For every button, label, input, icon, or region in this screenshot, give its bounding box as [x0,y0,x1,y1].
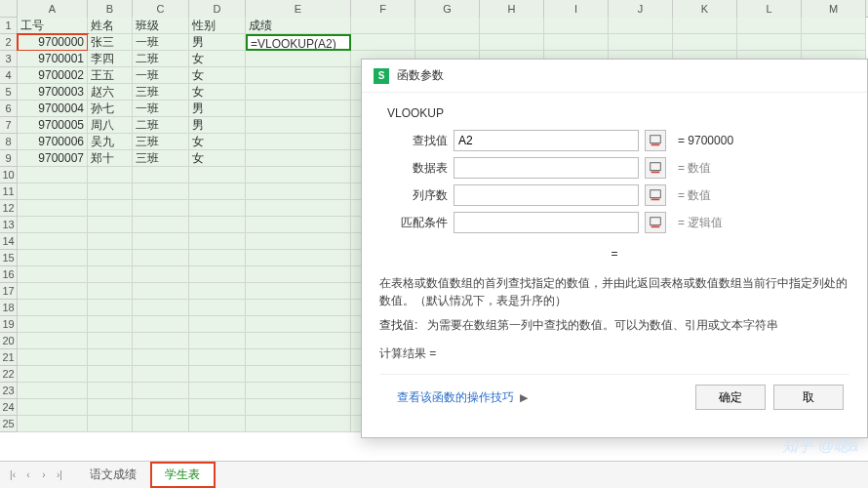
tab-nav-button[interactable]: › [37,468,51,482]
cell[interactable] [133,300,189,316]
cell[interactable]: 班级 [133,18,189,34]
cell[interactable] [246,383,351,399]
cell[interactable] [673,18,737,34]
cell[interactable] [609,34,673,51]
cell[interactable] [544,18,609,34]
cell[interactable] [802,34,866,51]
cell[interactable] [246,349,351,366]
col-header-B[interactable]: B [88,0,133,18]
cell[interactable]: 9700007 [18,150,88,167]
cell[interactable] [246,84,351,101]
cell[interactable]: 男 [189,117,246,134]
cell[interactable] [189,200,246,217]
ok-button[interactable]: 确定 [695,385,766,410]
col-header-M[interactable]: M [802,0,866,18]
cell[interactable]: 女 [189,150,246,167]
cell[interactable] [133,383,189,399]
cell[interactable] [133,283,189,300]
row-header[interactable]: 17 [0,283,18,300]
row-header[interactable]: 11 [0,183,18,200]
cell[interactable] [189,349,246,366]
param-input-3[interactable] [454,212,639,233]
cancel-button[interactable]: 取 [773,385,844,410]
cell[interactable] [480,18,544,34]
cell[interactable] [480,34,544,51]
row-header[interactable]: 7 [0,117,18,134]
col-header-I[interactable]: I [544,0,609,18]
col-header-C[interactable]: C [133,0,189,18]
cell[interactable] [189,383,246,399]
cell[interactable] [246,67,351,84]
col-header-K[interactable]: K [673,0,737,18]
cell[interactable] [189,250,246,266]
cell[interactable] [189,233,246,250]
cell[interactable]: 郑十 [88,150,133,167]
cell[interactable] [189,266,246,283]
cell[interactable]: 吴九 [88,134,133,150]
cell[interactable] [88,283,133,300]
cell[interactable]: 三班 [133,134,189,150]
range-selector-icon[interactable] [645,130,666,151]
range-selector-icon[interactable] [645,157,666,179]
cell[interactable] [351,34,415,51]
row-header[interactable]: 16 [0,266,18,283]
cell[interactable] [88,233,133,250]
cell[interactable]: 三班 [133,150,189,167]
tab-nav-button[interactable]: |‹ [6,468,20,482]
cell[interactable] [246,183,351,200]
cell[interactable] [246,217,351,233]
cell[interactable]: 性别 [189,18,246,34]
cell[interactable] [18,316,88,333]
range-selector-icon[interactable] [645,184,666,206]
cell[interactable]: 一班 [133,34,189,51]
cell[interactable] [351,18,415,34]
cell[interactable] [189,366,246,383]
cell[interactable]: 一班 [133,101,189,117]
cell[interactable]: 二班 [133,117,189,134]
row-header[interactable]: 9 [0,150,18,167]
cell[interactable] [88,300,133,316]
row-header[interactable]: 8 [0,134,18,150]
col-header-L[interactable]: L [737,0,802,18]
row-header[interactable]: 21 [0,349,18,366]
param-input-1[interactable] [454,157,639,179]
cell[interactable] [737,34,802,51]
col-header-H[interactable]: H [480,0,544,18]
param-input-0[interactable] [454,130,639,151]
range-selector-icon[interactable] [645,212,666,233]
cell[interactable] [246,366,351,383]
cell[interactable] [18,217,88,233]
cell[interactable]: 孙七 [88,101,133,117]
cell[interactable] [18,383,88,399]
select-all-corner[interactable] [0,0,18,18]
row-header[interactable]: 4 [0,67,18,84]
row-header[interactable]: 23 [0,383,18,399]
cell[interactable]: =VLOOKUP(A2) [246,34,351,51]
cell[interactable] [189,217,246,233]
cell[interactable]: 9700004 [18,101,88,117]
cell[interactable] [246,150,351,167]
cell[interactable] [246,101,351,117]
cell[interactable]: 9700002 [18,67,88,84]
cell[interactable] [189,316,246,333]
cell[interactable]: 男 [189,34,246,51]
cell[interactable] [88,316,133,333]
row-header[interactable]: 14 [0,233,18,250]
row-header[interactable]: 25 [0,416,18,432]
cell[interactable] [18,399,88,416]
row-header[interactable]: 2 [0,34,18,51]
row-header[interactable]: 10 [0,167,18,183]
cell[interactable]: 女 [189,84,246,101]
col-header-F[interactable]: F [351,0,415,18]
cell[interactable] [246,134,351,150]
cell[interactable] [88,333,133,349]
cell[interactable]: 女 [189,134,246,150]
cell[interactable] [189,283,246,300]
row-header[interactable]: 1 [0,18,18,34]
cell[interactable] [18,266,88,283]
cell[interactable] [133,399,189,416]
cell[interactable] [246,266,351,283]
cell[interactable] [133,416,189,432]
help-link[interactable]: 查看该函数的操作技巧 ▶ [385,380,539,416]
sheet-tab[interactable]: 学生表 [151,463,215,487]
